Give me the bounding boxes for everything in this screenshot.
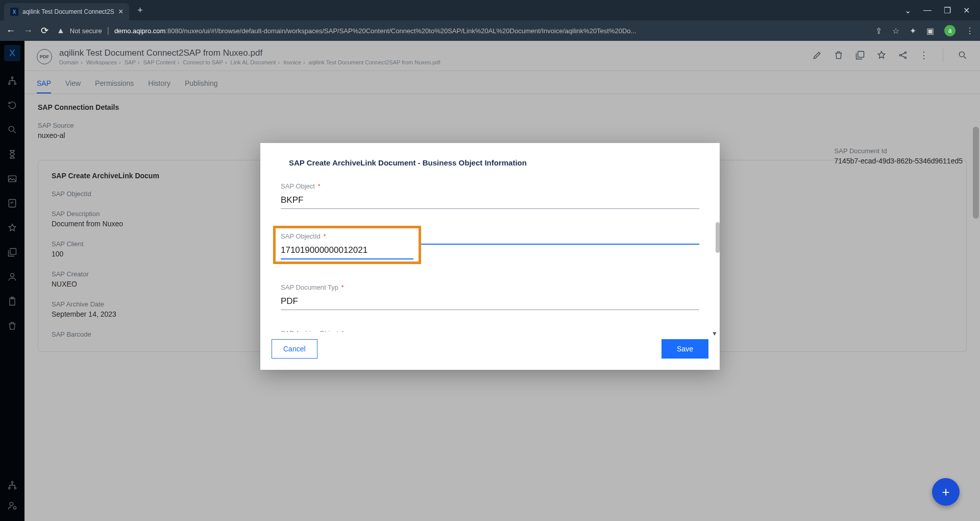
- star-icon[interactable]: [7, 223, 17, 233]
- edit-icon[interactable]: [812, 50, 822, 60]
- reload-button[interactable]: ⟳: [41, 25, 48, 36]
- collections-icon[interactable]: [7, 247, 17, 257]
- fab-add-button[interactable]: +: [932, 478, 960, 506]
- clipboard-icon[interactable]: [7, 296, 17, 306]
- dialog-title: SAP Create ArchiveLink Document - Busine…: [289, 158, 699, 167]
- sitemap-icon[interactable]: [7, 76, 17, 86]
- browser-toolbar: ← → ⟳ ▲ Not secure | demo.aqipro.com:808…: [0, 20, 980, 41]
- tab-permissions[interactable]: Permissions: [95, 74, 134, 93]
- svg-point-2: [14, 83, 16, 84]
- document-header: PDF aqilink Test Document Connect2SAP fr…: [24, 41, 980, 71]
- share-doc-icon[interactable]: [898, 50, 908, 60]
- share-icon[interactable]: ⇪: [875, 26, 882, 36]
- svg-point-17: [904, 52, 906, 53]
- cancel-button[interactable]: Cancel: [272, 339, 317, 359]
- tree-icon[interactable]: [7, 480, 17, 490]
- sap-source-label: SAP Source: [38, 122, 140, 129]
- profile-avatar[interactable]: a: [944, 25, 955, 36]
- delete-icon[interactable]: [834, 50, 844, 60]
- tab-title: aqilink Test Document Connect2S: [22, 8, 114, 15]
- section-title: SAP Connection Details: [38, 103, 967, 111]
- more-icon[interactable]: ⋮: [919, 50, 928, 61]
- svg-point-18: [904, 57, 906, 58]
- forward-button[interactable]: →: [23, 26, 33, 36]
- tab-sap[interactable]: SAP: [37, 74, 51, 93]
- highlight-annotation: SAP ObjectId *: [273, 226, 421, 264]
- sap-object-input[interactable]: [281, 193, 699, 209]
- browser-tabstrip: X aqilink Test Document Connect2S × + ⌄ …: [0, 0, 980, 20]
- app-sidebar: X: [0, 41, 24, 521]
- sap-doc-id-field: SAP Document Id 7145b7-ecad-49d3-862b-53…: [835, 147, 963, 165]
- scroll-down-icon[interactable]: ▼: [712, 330, 718, 337]
- breadcrumb[interactable]: Domain› Workspaces› SAP› SAP Content› Co…: [59, 59, 812, 65]
- kebab-menu-icon[interactable]: ⋮: [966, 26, 974, 36]
- tab-favicon: X: [10, 8, 18, 16]
- svg-point-12: [14, 487, 16, 489]
- tab-bar: SAP View Permissions History Publishing: [24, 71, 980, 94]
- sap-object-label: SAP Object *: [281, 182, 699, 190]
- trash-icon[interactable]: [7, 321, 17, 331]
- sap-objectid-label: SAP ObjectId *: [281, 232, 413, 240]
- tab-close-icon[interactable]: ×: [118, 7, 123, 16]
- svg-rect-5: [9, 200, 15, 207]
- bookmark-icon[interactable]: ☆: [892, 26, 899, 36]
- tab-publishing[interactable]: Publishing: [185, 74, 218, 93]
- create-archivelink-dialog: SAP Create ArchiveLink Document - Busine…: [260, 143, 720, 370]
- search-icon[interactable]: [7, 125, 17, 135]
- history-icon[interactable]: [7, 100, 17, 110]
- sap-doctyp-input[interactable]: [281, 294, 699, 310]
- back-button[interactable]: ←: [6, 26, 15, 36]
- svg-point-10: [11, 482, 13, 483]
- tab-history[interactable]: History: [148, 74, 170, 93]
- card-field-label: SAP Archive Date: [52, 300, 154, 308]
- header-search-icon[interactable]: [958, 50, 968, 60]
- svg-point-13: [10, 502, 13, 506]
- user-settings-icon[interactable]: [7, 501, 17, 511]
- svg-point-16: [899, 54, 901, 56]
- svg-point-11: [9, 487, 10, 489]
- copy-icon[interactable]: [855, 50, 865, 60]
- hourglass-icon[interactable]: [7, 149, 17, 159]
- address-bar[interactable]: ▲ Not secure | demo.aqipro.com:8080/nuxe…: [57, 26, 867, 35]
- svg-point-19: [959, 52, 964, 57]
- checklist-icon[interactable]: [7, 198, 17, 208]
- image-icon[interactable]: [7, 174, 17, 184]
- maximize-icon[interactable]: ❐: [944, 6, 951, 15]
- app-logo[interactable]: X: [4, 45, 20, 61]
- sap-archiveobj-label: SAP Archive Object *: [281, 329, 699, 332]
- sap-objectid-input[interactable]: [281, 243, 413, 259]
- sidepanel-icon[interactable]: ▣: [926, 26, 934, 36]
- scrollbar-thumb[interactable]: [973, 127, 979, 219]
- close-window-icon[interactable]: ✕: [963, 6, 970, 15]
- window-controls: ⌄ ― ❐ ✕: [904, 6, 980, 15]
- not-secure-label: Not secure: [70, 27, 102, 35]
- pdf-icon: PDF: [37, 49, 52, 64]
- favorite-icon[interactable]: [876, 50, 887, 60]
- svg-rect-15: [858, 52, 864, 58]
- card-field-value: September 14, 2023: [52, 310, 154, 318]
- new-tab-button[interactable]: +: [137, 5, 143, 16]
- minimize-icon[interactable]: ―: [923, 6, 932, 15]
- not-secure-icon: ▲: [57, 26, 65, 35]
- save-button[interactable]: Save: [662, 339, 708, 359]
- url-text: demo.aqipro.com:8080/nuxeo/ui/#!/browse/…: [114, 27, 636, 35]
- document-title: aqilink Test Document Connect2SAP from N…: [59, 48, 812, 58]
- svg-point-14: [14, 507, 16, 509]
- extensions-icon[interactable]: ✦: [910, 26, 916, 36]
- svg-point-7: [11, 273, 14, 277]
- chevron-down-icon[interactable]: ⌄: [904, 6, 911, 15]
- browser-tab[interactable]: X aqilink Test Document Connect2S ×: [4, 3, 129, 20]
- dialog-scrollbar[interactable]: [716, 222, 720, 253]
- user-icon[interactable]: [7, 272, 17, 282]
- tab-view[interactable]: View: [65, 74, 81, 93]
- sap-doctyp-label: SAP Document Typ *: [281, 283, 699, 291]
- svg-point-1: [9, 83, 10, 84]
- svg-point-3: [9, 126, 14, 131]
- svg-point-0: [11, 77, 13, 79]
- svg-rect-6: [10, 249, 16, 255]
- svg-rect-4: [9, 176, 16, 182]
- sap-source-value: nuxeo-al: [38, 131, 140, 139]
